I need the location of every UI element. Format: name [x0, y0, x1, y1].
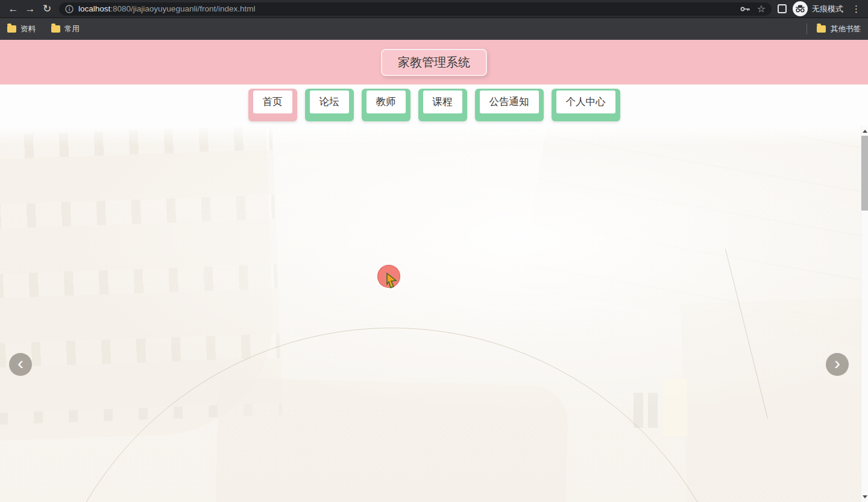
bookmark-folder-changyong[interactable]: 常用 [51, 24, 80, 34]
folder-icon [817, 25, 826, 33]
address-bar[interactable]: localhost:8080/jiajiaoyuyueguanli/front/… [59, 2, 772, 16]
folder-icon [7, 25, 16, 33]
page-info-icon[interactable] [65, 5, 74, 13]
forward-icon[interactable]: → [22, 1, 39, 17]
carousel-next-button[interactable]: › [826, 353, 849, 376]
page-scrollbar[interactable] [861, 126, 868, 502]
page-title: 家教管理系统 [381, 49, 487, 76]
tab-home[interactable]: 首页 [248, 89, 297, 121]
password-key-icon[interactable] [740, 6, 750, 12]
tab-profile[interactable]: 个人中心 [552, 89, 620, 121]
bookmark-label: 资料 [20, 24, 36, 34]
other-bookmarks-label: 其他书签 [831, 24, 861, 34]
other-bookmarks[interactable]: 其他书签 [807, 24, 861, 34]
incognito-badge: 无痕模式 [793, 1, 843, 16]
chevron-right-icon: › [834, 354, 840, 372]
side-panel-icon[interactable] [778, 4, 787, 13]
reload-icon[interactable]: ↻ [39, 1, 55, 17]
site-header: 家教管理系统 [0, 40, 868, 84]
scroll-down-icon[interactable] [861, 493, 868, 500]
bookmark-folder-ziliao[interactable]: 资料 [7, 24, 36, 34]
browser-toolbar: ← → ↻ localhost:8080/jiajiaoyuyueguanli/… [0, 0, 868, 18]
tab-label: 教师 [366, 91, 406, 113]
url-host: localhost [78, 4, 110, 13]
folder-icon [51, 25, 60, 33]
browser-menu-icon[interactable]: ⋮ [849, 4, 863, 14]
incognito-icon [793, 1, 808, 16]
tab-label: 个人中心 [556, 91, 615, 113]
tab-label: 课程 [423, 91, 462, 113]
tab-courses[interactable]: 课程 [418, 89, 467, 121]
bookmarks-bar: 资料 常用 其他书签 [0, 18, 868, 40]
bookmarks-separator [807, 24, 807, 34]
tab-announcements[interactable]: 公告通知 [475, 89, 544, 121]
incognito-mode-label: 无痕模式 [812, 4, 843, 14]
carousel-prev-button[interactable]: ‹ [9, 353, 32, 376]
scrollbar-thumb[interactable] [861, 136, 868, 211]
tab-label: 首页 [253, 91, 292, 113]
mouse-cursor-icon [385, 272, 400, 291]
main-navigation: 首页 论坛 教师 课程 公告通知 个人中心 [0, 84, 868, 126]
bookmark-star-icon[interactable]: ☆ [757, 4, 766, 14]
tab-forum[interactable]: 论坛 [305, 89, 354, 121]
url-text: localhost:8080/jiajiaoyuyueguanli/front/… [78, 4, 255, 13]
scroll-up-icon[interactable] [861, 127, 868, 135]
bookmark-label: 常用 [64, 24, 80, 34]
back-icon[interactable]: ← [5, 1, 22, 17]
tab-teachers[interactable]: 教师 [362, 89, 410, 121]
hero-carousel: ‹ › [0, 126, 868, 502]
chevron-left-icon: ‹ [17, 354, 24, 372]
tab-label: 论坛 [310, 91, 349, 113]
tab-label: 公告通知 [480, 91, 539, 113]
url-path: :8080/jiajiaoyuyueguanli/front/index.htm… [110, 4, 255, 13]
